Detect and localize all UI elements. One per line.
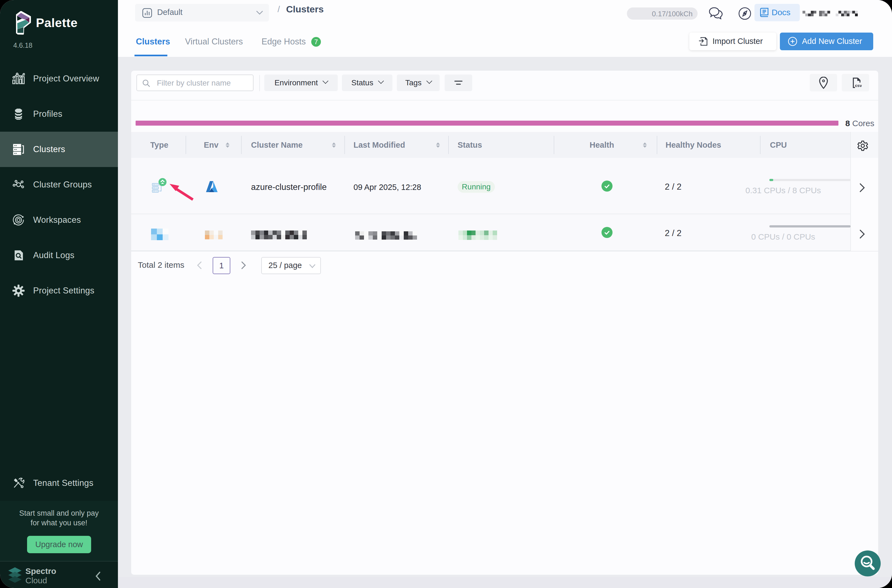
svg-text:csv: csv [855, 83, 862, 88]
